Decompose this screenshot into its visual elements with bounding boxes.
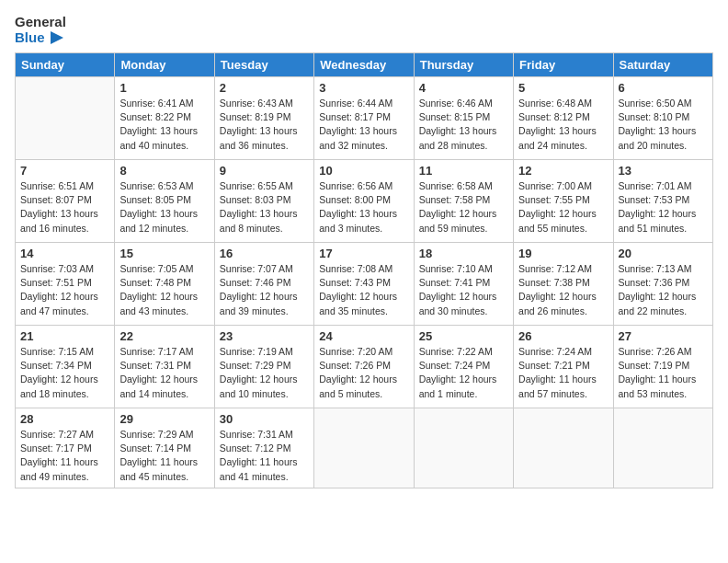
calendar-cell: 9Sunrise: 6:55 AM Sunset: 8:03 PM Daylig… [214, 160, 313, 243]
day-number: 11 [419, 164, 508, 178]
cell-info: Sunrise: 7:07 AM Sunset: 7:46 PM Dayligh… [220, 262, 309, 318]
calendar-cell: 5Sunrise: 6:48 AM Sunset: 8:12 PM Daylig… [514, 77, 613, 160]
cell-info: Sunrise: 6:44 AM Sunset: 8:17 PM Dayligh… [319, 97, 408, 153]
calendar-cell: 3Sunrise: 6:44 AM Sunset: 8:17 PM Daylig… [314, 77, 414, 160]
cell-info: Sunrise: 6:56 AM Sunset: 8:00 PM Dayligh… [319, 179, 408, 236]
calendar-cell [314, 408, 414, 488]
cell-info: Sunrise: 7:24 AM Sunset: 7:21 PM Dayligh… [518, 345, 608, 401]
cell-info: Sunrise: 7:03 AM Sunset: 7:51 PM Dayligh… [20, 262, 109, 318]
calendar-cell: 19Sunrise: 7:12 AM Sunset: 7:38 PM Dayli… [514, 243, 613, 326]
cell-info: Sunrise: 7:31 AM Sunset: 7:12 PM Dayligh… [220, 428, 309, 484]
day-number: 21 [20, 329, 109, 343]
day-number: 29 [119, 412, 209, 426]
day-number: 17 [319, 247, 408, 260]
day-of-week-header: Saturday [613, 53, 712, 77]
logo: General Blue [15, 15, 66, 45]
calendar-cell: 16Sunrise: 7:07 AM Sunset: 7:46 PM Dayli… [214, 243, 313, 326]
day-number: 10 [319, 164, 408, 178]
cell-info: Sunrise: 7:05 AM Sunset: 7:48 PM Dayligh… [119, 262, 209, 318]
day-number: 14 [20, 247, 109, 260]
day-number: 28 [20, 412, 109, 426]
cell-info: Sunrise: 6:41 AM Sunset: 8:22 PM Dayligh… [119, 97, 209, 153]
day-number: 4 [419, 81, 508, 95]
day-of-week-header: Wednesday [314, 53, 414, 77]
cell-info: Sunrise: 7:19 AM Sunset: 7:29 PM Dayligh… [220, 345, 309, 401]
cell-info: Sunrise: 7:27 AM Sunset: 7:17 PM Dayligh… [20, 428, 109, 484]
calendar-table: SundayMondayTuesdayWednesdayThursdayFrid… [15, 52, 713, 488]
calendar-cell: 18Sunrise: 7:10 AM Sunset: 7:41 PM Dayli… [414, 243, 513, 326]
calendar-week-row: 28Sunrise: 7:27 AM Sunset: 7:17 PM Dayli… [16, 408, 713, 488]
cell-info: Sunrise: 6:51 AM Sunset: 8:07 PM Dayligh… [20, 179, 109, 236]
day-number: 9 [220, 164, 309, 178]
calendar-week-row: 21Sunrise: 7:15 AM Sunset: 7:34 PM Dayli… [16, 326, 713, 408]
calendar-body: 1Sunrise: 6:41 AM Sunset: 8:22 PM Daylig… [16, 77, 713, 488]
calendar-cell: 20Sunrise: 7:13 AM Sunset: 7:36 PM Dayli… [613, 243, 712, 326]
cell-info: Sunrise: 6:48 AM Sunset: 8:12 PM Dayligh… [518, 97, 608, 153]
day-number: 30 [220, 412, 309, 426]
page-header: General Blue [15, 15, 713, 45]
calendar-cell: 10Sunrise: 6:56 AM Sunset: 8:00 PM Dayli… [314, 160, 414, 243]
cell-info: Sunrise: 7:12 AM Sunset: 7:38 PM Dayligh… [518, 262, 608, 318]
calendar-cell: 26Sunrise: 7:24 AM Sunset: 7:21 PM Dayli… [514, 326, 613, 408]
day-of-week-header: Friday [514, 53, 613, 77]
cell-info: Sunrise: 7:20 AM Sunset: 7:26 PM Dayligh… [319, 345, 408, 401]
cell-info: Sunrise: 7:17 AM Sunset: 7:31 PM Dayligh… [119, 345, 209, 401]
day-of-week-header: Tuesday [214, 53, 313, 77]
cell-info: Sunrise: 7:26 AM Sunset: 7:19 PM Dayligh… [619, 345, 708, 401]
calendar-cell: 14Sunrise: 7:03 AM Sunset: 7:51 PM Dayli… [16, 243, 115, 326]
day-number: 25 [419, 329, 508, 343]
day-number: 27 [619, 329, 708, 343]
calendar-cell: 28Sunrise: 7:27 AM Sunset: 7:17 PM Dayli… [16, 408, 115, 488]
calendar-header-row: SundayMondayTuesdayWednesdayThursdayFrid… [16, 53, 713, 77]
cell-info: Sunrise: 7:29 AM Sunset: 7:14 PM Dayligh… [119, 428, 209, 484]
calendar-cell: 17Sunrise: 7:08 AM Sunset: 7:43 PM Dayli… [314, 243, 414, 326]
day-number: 7 [20, 164, 109, 178]
day-number: 13 [619, 164, 708, 178]
day-number: 2 [220, 81, 309, 95]
calendar-week-row: 7Sunrise: 6:51 AM Sunset: 8:07 PM Daylig… [16, 160, 713, 243]
day-of-week-header: Thursday [414, 53, 513, 77]
calendar-cell: 22Sunrise: 7:17 AM Sunset: 7:31 PM Dayli… [115, 326, 214, 408]
day-number: 24 [319, 329, 408, 343]
day-number: 15 [119, 247, 209, 260]
calendar-cell: 21Sunrise: 7:15 AM Sunset: 7:34 PM Dayli… [16, 326, 115, 408]
svg-marker-0 [51, 31, 63, 44]
cell-info: Sunrise: 6:43 AM Sunset: 8:19 PM Dayligh… [220, 97, 309, 153]
calendar-cell: 1Sunrise: 6:41 AM Sunset: 8:22 PM Daylig… [115, 77, 214, 160]
calendar-week-row: 14Sunrise: 7:03 AM Sunset: 7:51 PM Dayli… [16, 243, 713, 326]
calendar-cell: 12Sunrise: 7:00 AM Sunset: 7:55 PM Dayli… [514, 160, 613, 243]
day-number: 22 [119, 329, 209, 343]
day-of-week-header: Monday [115, 53, 214, 77]
day-number: 16 [220, 247, 309, 260]
logo-general: General [15, 15, 66, 30]
cell-info: Sunrise: 6:46 AM Sunset: 8:15 PM Dayligh… [419, 97, 508, 153]
calendar-cell: 24Sunrise: 7:20 AM Sunset: 7:26 PM Dayli… [314, 326, 414, 408]
calendar-cell: 15Sunrise: 7:05 AM Sunset: 7:48 PM Dayli… [115, 243, 214, 326]
calendar-cell: 8Sunrise: 6:53 AM Sunset: 8:05 PM Daylig… [115, 160, 214, 243]
day-number: 20 [619, 247, 708, 260]
calendar-cell [414, 408, 513, 488]
logo-triangle-icon [47, 30, 63, 45]
calendar-cell [613, 408, 712, 488]
cell-info: Sunrise: 7:15 AM Sunset: 7:34 PM Dayligh… [20, 345, 109, 401]
calendar-cell: 27Sunrise: 7:26 AM Sunset: 7:19 PM Dayli… [613, 326, 712, 408]
calendar-cell [16, 77, 115, 160]
day-number: 1 [119, 81, 209, 95]
calendar-cell: 25Sunrise: 7:22 AM Sunset: 7:24 PM Dayli… [414, 326, 513, 408]
calendar-cell: 30Sunrise: 7:31 AM Sunset: 7:12 PM Dayli… [214, 408, 313, 488]
cell-info: Sunrise: 7:10 AM Sunset: 7:41 PM Dayligh… [419, 262, 508, 318]
day-number: 8 [119, 164, 209, 178]
calendar-cell: 7Sunrise: 6:51 AM Sunset: 8:07 PM Daylig… [16, 160, 115, 243]
cell-info: Sunrise: 6:50 AM Sunset: 8:10 PM Dayligh… [619, 97, 708, 153]
cell-info: Sunrise: 7:22 AM Sunset: 7:24 PM Dayligh… [419, 345, 508, 401]
cell-info: Sunrise: 7:13 AM Sunset: 7:36 PM Dayligh… [619, 262, 708, 318]
calendar-cell: 29Sunrise: 7:29 AM Sunset: 7:14 PM Dayli… [115, 408, 214, 488]
day-number: 18 [419, 247, 508, 260]
calendar-cell [514, 408, 613, 488]
calendar-cell: 13Sunrise: 7:01 AM Sunset: 7:53 PM Dayli… [613, 160, 712, 243]
day-of-week-header: Sunday [16, 53, 115, 77]
day-number: 6 [619, 81, 708, 95]
day-number: 12 [518, 164, 608, 178]
day-number: 19 [518, 247, 608, 260]
logo-blue: Blue [15, 30, 45, 46]
